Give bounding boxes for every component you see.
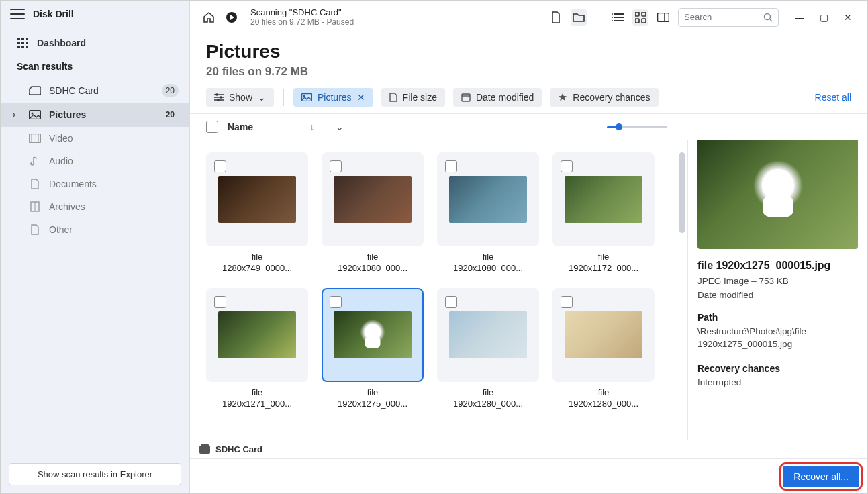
folder-toggle-icon[interactable] bbox=[571, 9, 587, 26]
thumbnail-card[interactable]: file1920x1080_000... bbox=[437, 152, 539, 275]
topbar: Scanning "SDHC Card" 20 files on 9.72 MB… bbox=[190, 1, 867, 34]
panel-toggle-icon[interactable] bbox=[655, 9, 671, 26]
remove-filter-icon[interactable]: ✕ bbox=[357, 92, 365, 103]
badge: 20 bbox=[162, 108, 179, 121]
list-view-icon[interactable] bbox=[610, 9, 626, 26]
file-icon bbox=[389, 93, 397, 102]
detail-path-value: \Restructuré\Photos\jpg\file 1920x1275_0… bbox=[697, 326, 858, 351]
sdcard-icon bbox=[199, 446, 210, 454]
svg-rect-1 bbox=[21, 38, 24, 40]
sidebar-item-documents[interactable]: Documents bbox=[1, 172, 189, 195]
show-filter-chip[interactable]: Show ⌄ bbox=[206, 88, 274, 107]
svg-rect-2 bbox=[26, 38, 28, 40]
thumbnail-filename: file1920x1080_000... bbox=[338, 252, 407, 275]
sort-arrow-icon: ↓ bbox=[309, 121, 314, 132]
recovery-chances-filter-chip[interactable]: Recovery chances bbox=[550, 88, 658, 107]
thumbnail-filename: file1920x1275_000... bbox=[338, 387, 407, 410]
thumbnail-card[interactable]: file1920x1280_000... bbox=[552, 288, 655, 410]
image-icon bbox=[301, 93, 312, 101]
chevron-down-icon[interactable]: ⌄ bbox=[336, 121, 344, 132]
maximize-icon[interactable]: ▢ bbox=[819, 13, 828, 22]
sidebar-item-label: Other bbox=[49, 224, 73, 235]
date-modified-filter-chip[interactable]: Date modified bbox=[453, 88, 542, 107]
thumbnail-checkbox[interactable] bbox=[445, 160, 457, 172]
zoom-slider[interactable] bbox=[607, 126, 667, 128]
sidebar-item-other[interactable]: Other bbox=[1, 218, 189, 241]
sidebar-item-label: Dashboard bbox=[37, 38, 86, 48]
file-size-filter-chip[interactable]: File size bbox=[381, 88, 445, 107]
svg-rect-8 bbox=[26, 46, 28, 48]
thumbnail[interactable] bbox=[322, 288, 424, 382]
thumbnail-image bbox=[218, 311, 296, 358]
search-field[interactable] bbox=[684, 12, 751, 22]
detail-recovery-label: Recovery chances bbox=[697, 363, 858, 374]
bottom-bar: Recover all... bbox=[190, 458, 867, 493]
show-in-explorer-button[interactable]: Show scan results in Explorer bbox=[9, 463, 181, 485]
search-icon bbox=[763, 13, 773, 22]
thumbnail[interactable] bbox=[206, 288, 308, 382]
thumbnail-card[interactable]: file1920x1080_000... bbox=[322, 152, 424, 275]
reset-all-link[interactable]: Reset all bbox=[815, 92, 851, 103]
pictures-filter-chip[interactable]: Pictures ✕ bbox=[293, 88, 373, 107]
thumbnail[interactable] bbox=[322, 152, 424, 246]
thumbnail-card[interactable]: file1920x1271_000... bbox=[206, 288, 308, 410]
detail-filename: file 1920x1275_000015.jpg bbox=[697, 260, 858, 272]
thumbnail-filename: file1920x1172_000... bbox=[569, 252, 638, 275]
sidebar-item-audio[interactable]: Audio bbox=[1, 150, 189, 172]
sidebar-item-dashboard[interactable]: Dashboard bbox=[1, 32, 189, 54]
sidebar-item-pictures[interactable]: › Pictures 20 bbox=[1, 103, 189, 127]
divider bbox=[283, 89, 284, 106]
thumbnail-card[interactable]: file1280x749_0000... bbox=[206, 152, 308, 275]
status-bar: SDHC Card bbox=[190, 440, 867, 458]
thumbnail-checkbox[interactable] bbox=[561, 296, 573, 308]
play-icon[interactable] bbox=[224, 9, 240, 26]
svg-rect-24 bbox=[642, 12, 646, 16]
detail-type-size: JPEG Image – 753 KB bbox=[697, 276, 858, 286]
sliders-icon bbox=[214, 93, 224, 101]
recover-all-button[interactable]: Recover all... bbox=[783, 466, 859, 487]
home-icon[interactable] bbox=[201, 9, 217, 26]
sidebar-item-label: Video bbox=[49, 133, 73, 144]
thumbnail[interactable] bbox=[552, 152, 655, 246]
thumbnail[interactable] bbox=[206, 152, 308, 246]
svg-rect-4 bbox=[21, 42, 24, 44]
svg-rect-25 bbox=[635, 19, 639, 23]
search-input[interactable] bbox=[678, 8, 779, 27]
main: Scanning "SDHC Card" 20 files on 9.72 MB… bbox=[190, 1, 867, 493]
close-icon[interactable]: ✕ bbox=[843, 13, 853, 22]
thumbnail[interactable] bbox=[552, 288, 655, 382]
svg-line-30 bbox=[770, 19, 772, 21]
thumbnail-checkbox[interactable] bbox=[214, 296, 226, 308]
thumbnail-card[interactable]: file1920x1172_000... bbox=[552, 152, 655, 275]
sidebar: Disk Drill Dashboard Scan results SDHC C… bbox=[1, 1, 190, 493]
thumbnail-checkbox[interactable] bbox=[330, 160, 342, 172]
thumbnail-checkbox[interactable] bbox=[330, 296, 342, 308]
thumbnail-card[interactable]: file1920x1280_000... bbox=[437, 288, 539, 410]
sidebar-item-video[interactable]: Video bbox=[1, 127, 189, 150]
filter-bar: Show ⌄ Pictures ✕ File size Date modifie… bbox=[190, 88, 867, 113]
doc-toggle-icon[interactable] bbox=[548, 9, 564, 26]
sidebar-section-scan-results: Scan results bbox=[1, 54, 189, 79]
thumbnail-checkbox[interactable] bbox=[214, 160, 226, 172]
thumbnail-image bbox=[565, 311, 642, 358]
thumbnail-card[interactable]: file1920x1275_000... bbox=[322, 288, 424, 410]
badge: 20 bbox=[162, 84, 179, 97]
thumbnail[interactable] bbox=[437, 152, 539, 246]
scan-subtitle: 20 files on 9.72 MB - Paused bbox=[250, 17, 354, 27]
sidebar-item-sdhc[interactable]: SDHC Card 20 bbox=[1, 79, 189, 103]
thumbnail-filename: file1920x1271_000... bbox=[222, 387, 292, 410]
select-all-checkbox[interactable] bbox=[206, 121, 218, 133]
thumbnail[interactable] bbox=[437, 288, 539, 382]
sidebar-item-archives[interactable]: Archives bbox=[1, 195, 189, 218]
grid-view-icon[interactable] bbox=[632, 9, 648, 26]
name-column[interactable]: Name bbox=[228, 121, 253, 132]
thumbnail-checkbox[interactable] bbox=[445, 296, 457, 308]
thumbnail-filename: file1920x1280_000... bbox=[569, 387, 638, 410]
thumbnail-checkbox[interactable] bbox=[561, 160, 573, 172]
scrollbar[interactable] bbox=[679, 152, 685, 233]
svg-rect-5 bbox=[26, 42, 28, 44]
hamburger-icon[interactable] bbox=[10, 9, 25, 19]
svg-point-20 bbox=[612, 13, 613, 15]
sidebar-item-label: Pictures bbox=[49, 109, 86, 120]
minimize-icon[interactable]: ― bbox=[795, 13, 804, 22]
